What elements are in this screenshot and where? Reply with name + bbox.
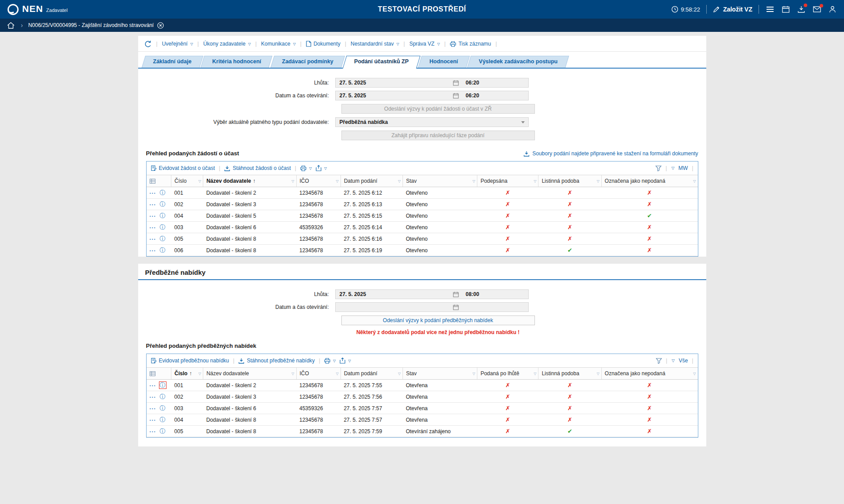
row-menu-icon[interactable]: ●●● bbox=[150, 215, 156, 217]
toolbar-item-dokumenty[interactable]: Dokumenty bbox=[306, 41, 341, 47]
calendar-icon[interactable] bbox=[450, 292, 462, 297]
grid-settings-icon[interactable] bbox=[147, 368, 171, 380]
print-grid-button[interactable]: ▽ bbox=[324, 358, 336, 364]
preliminary-deadline-field[interactable]: 27. 5. 2025 08:00 bbox=[335, 289, 529, 299]
toolbar-item-sprava-vz[interactable]: Správa VZ▽ bbox=[409, 41, 440, 47]
filter-caret-icon[interactable]: ▽ bbox=[198, 179, 201, 183]
filter-caret-icon[interactable]: ▽ bbox=[291, 372, 294, 376]
info-icon[interactable]: ⓘ bbox=[160, 394, 166, 400]
send-request-invitation-button[interactable]: Odeslání výzvy k podání žádosti o účast … bbox=[341, 104, 535, 114]
tab-vysledek-zadavaciho-postupu[interactable]: Výsledek zadávacího postupu bbox=[469, 56, 567, 68]
send-preliminary-invitation-button[interactable]: Odeslání výzvy k podání předběžných nabí… bbox=[341, 315, 535, 325]
info-icon[interactable]: ⓘ bbox=[160, 201, 166, 207]
row-menu-icon[interactable]: ●●● bbox=[150, 203, 156, 206]
info-icon[interactable]: ⓘ bbox=[160, 428, 166, 434]
info-icon[interactable]: ⓘ bbox=[160, 224, 166, 230]
messages-icon[interactable] bbox=[812, 5, 822, 13]
table-row[interactable]: ●●●ⓘ002Dodavatel - školení 31234567827. … bbox=[147, 199, 698, 210]
create-vz-button[interactable]: Založit VZ bbox=[713, 6, 752, 13]
row-menu-icon[interactable]: ●●● bbox=[150, 249, 156, 252]
register-offer-button[interactable]: Evidovat předběžnou nabídku bbox=[151, 358, 229, 364]
toolbar-item-komunikace[interactable]: Komunikace▽ bbox=[261, 41, 296, 47]
back-button[interactable] bbox=[144, 40, 152, 47]
menu-icon[interactable] bbox=[765, 5, 775, 13]
filter-caret-icon[interactable]: ▽ bbox=[596, 179, 599, 183]
row-menu-icon[interactable]: ●●● bbox=[150, 226, 156, 229]
deadline-time-input[interactable]: 08:00 bbox=[462, 291, 528, 297]
toolbar-item-ukony-zadavatele[interactable]: Úkony zadavatele▽ bbox=[203, 41, 251, 47]
info-icon[interactable]: ⓘ bbox=[160, 382, 166, 388]
filter-button[interactable] bbox=[655, 165, 662, 171]
row-menu-icon[interactable]: ●●● bbox=[150, 396, 156, 398]
column-header[interactable]: Datum podání▽ bbox=[341, 368, 403, 380]
tab-hodnoceni[interactable]: Hodnocení bbox=[420, 56, 468, 68]
table-row[interactable]: ●●●ⓘ002Dodavatel - školení 31234567827. … bbox=[147, 391, 698, 403]
tab-zadavaci-podminky[interactable]: Zadávací podmínky bbox=[272, 56, 343, 68]
filter-caret-icon[interactable]: ▽ bbox=[534, 372, 536, 376]
filter-caret-icon[interactable]: ▽ bbox=[693, 372, 696, 376]
table-row[interactable]: ●●●ⓘ003Dodavatel - školení 64535932627. … bbox=[147, 222, 698, 233]
filter-button[interactable] bbox=[656, 358, 662, 364]
filter-caret-icon[interactable]: ▽ bbox=[534, 179, 536, 183]
info-icon[interactable]: ⓘ bbox=[160, 247, 166, 253]
filter-caret-icon[interactable]: ▽ bbox=[398, 372, 401, 376]
filter-caret-icon[interactable]: ▽ bbox=[596, 372, 599, 376]
filter-caret-icon[interactable]: ▽ bbox=[291, 179, 294, 183]
info-icon[interactable]: ⓘ bbox=[160, 236, 166, 242]
opening-date-input[interactable]: 27. 5. 2025 bbox=[336, 92, 450, 99]
info-icon[interactable]: ⓘ bbox=[160, 190, 166, 196]
calendar-icon[interactable] bbox=[450, 80, 462, 86]
info-icon[interactable]: ⓘ bbox=[160, 405, 166, 411]
export-grid-button[interactable]: ▽ bbox=[340, 358, 351, 364]
tab-podani-ucastniku-zp[interactable]: Podání účastníků ZP bbox=[345, 56, 418, 68]
register-request-button[interactable]: Evidovat žádost o účast bbox=[151, 165, 215, 171]
filter-caret-icon[interactable]: ▽ bbox=[398, 179, 401, 183]
column-header[interactable]: Listinná podoba▽ bbox=[538, 175, 601, 187]
grid-settings-icon[interactable] bbox=[147, 175, 171, 187]
table-row[interactable]: ●●●ⓘ001Dodavatel - školení 21234567827. … bbox=[147, 380, 698, 391]
opening-field[interactable]: 27. 5. 2025 06:20 bbox=[335, 91, 529, 100]
table-row[interactable]: ●●●ⓘ004Dodavatel - školení 51234567827. … bbox=[147, 210, 698, 222]
column-header[interactable]: Stav▽ bbox=[403, 175, 477, 187]
deadline-date-input[interactable]: 27. 5. 2025 bbox=[336, 80, 450, 86]
column-header[interactable]: IČO▽ bbox=[296, 368, 341, 380]
tab-kriteria-hodnoceni[interactable]: Kritéria hodnocení bbox=[202, 56, 271, 68]
toolbar-item-tisk-zaznamu[interactable]: Tisk záznamu bbox=[450, 41, 491, 47]
column-header[interactable]: Datum podání▽ bbox=[341, 175, 403, 187]
column-header[interactable]: Název dodavatele▽ bbox=[203, 368, 296, 380]
downloads-icon[interactable] bbox=[797, 5, 806, 14]
home-icon[interactable] bbox=[6, 21, 15, 30]
table-row[interactable]: ●●●ⓘ005Dodavatel - školení 81234567827. … bbox=[147, 426, 698, 437]
grid-view-scope[interactable]: Vše bbox=[679, 358, 688, 364]
submission-files-link[interactable]: Soubory podání najdete připravené ke sta… bbox=[523, 150, 698, 157]
info-icon[interactable]: ⓘ bbox=[160, 213, 166, 219]
toolbar-item-nestandardni-stav[interactable]: Nestandardní stav▽ bbox=[351, 41, 399, 47]
row-menu-icon[interactable]: ●●● bbox=[150, 384, 156, 387]
table-row[interactable]: ●●●ⓘ006Dodavatel - školení 81234567827. … bbox=[147, 245, 698, 256]
column-header[interactable]: Podaná po lhůtě▽ bbox=[477, 368, 538, 380]
close-record-icon[interactable] bbox=[157, 22, 164, 29]
column-header[interactable]: Označena jako nepodaná▽ bbox=[601, 368, 697, 380]
row-menu-icon[interactable]: ●●● bbox=[150, 419, 156, 421]
deadline-date-input[interactable]: 27. 5. 2025 bbox=[336, 291, 450, 297]
submission-type-select[interactable]: Předběžná nabídka bbox=[335, 117, 529, 127]
tab-zakladni-udaje[interactable]: Základní údaje bbox=[143, 56, 201, 68]
table-row[interactable]: ●●●ⓘ005Dodavatel - školení 81234567827. … bbox=[147, 233, 698, 245]
next-phase-button[interactable]: Zahájit přípravu následující fáze podání bbox=[341, 131, 535, 140]
table-row[interactable]: ●●●ⓘ003Dodavatel - školení 64535932627. … bbox=[147, 403, 698, 414]
breadcrumb-record[interactable]: N006/25/V00004995 - Zajištění závodního … bbox=[28, 22, 164, 29]
column-header[interactable]: Číslo↑▽ bbox=[171, 368, 203, 380]
calendar-icon[interactable] bbox=[450, 93, 462, 99]
column-header[interactable]: Stav▽ bbox=[403, 368, 477, 380]
row-menu-icon[interactable]: ●●● bbox=[150, 430, 156, 433]
filter-caret-icon[interactable]: ▽ bbox=[336, 372, 339, 376]
filter-caret-icon[interactable]: ▽ bbox=[198, 372, 201, 376]
grid-view-scope[interactable]: MW bbox=[678, 165, 688, 171]
preliminary-opening-field[interactable] bbox=[335, 302, 529, 312]
toolbar-item-uverejneni[interactable]: Uveřejnění▽ bbox=[162, 41, 193, 47]
filter-caret-icon[interactable]: ▽ bbox=[336, 179, 339, 183]
brand[interactable]: NEN Zadavatel bbox=[7, 4, 68, 15]
column-header[interactable]: Označena jako nepodaná▽ bbox=[601, 175, 697, 187]
filter-caret-icon[interactable]: ▽ bbox=[472, 179, 475, 183]
opening-time-input[interactable]: 06:20 bbox=[462, 92, 528, 99]
